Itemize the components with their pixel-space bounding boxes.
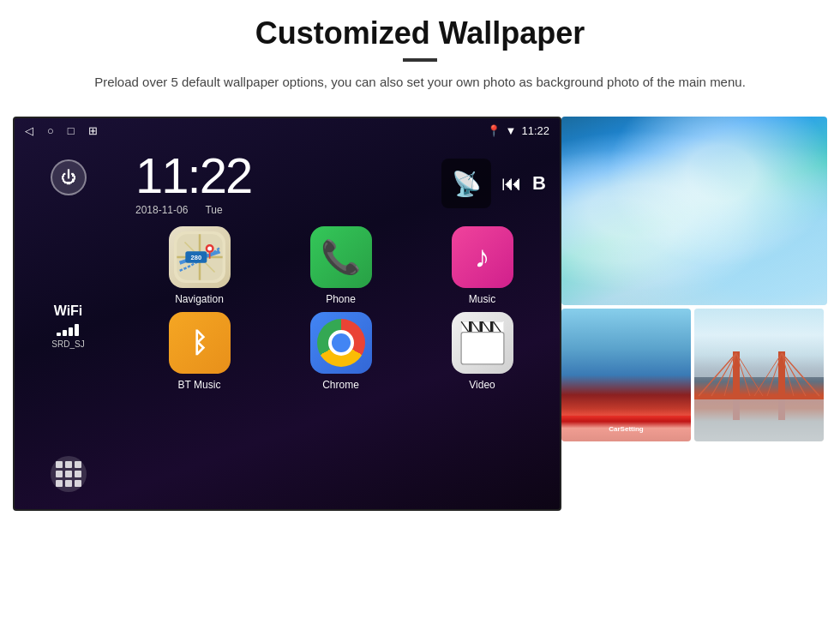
thumb-small-row: CarSetting <box>561 309 827 441</box>
bt-glyph: ᛒ <box>191 327 207 359</box>
wallpaper-thumb-bridge[interactable] <box>694 309 824 441</box>
clock-block: 11:22 2018-11-06 Tue <box>135 151 251 216</box>
main-content: 11:22 2018-11-06 Tue 📡 ⏮ B <box>122 142 560 509</box>
day-value: Tue <box>205 204 222 216</box>
android-screen: ◁ ○ □ ⊞ 📍 ▼ 11:22 ⏻ WiFi <box>13 117 561 511</box>
title-section: Customized Wallpaper Preload over 5 defa… <box>94 15 746 93</box>
music-icon: ♪ <box>452 226 513 288</box>
date-value: 2018-11-06 <box>135 204 188 216</box>
music-label: Music <box>469 293 495 305</box>
page-wrapper: Customized Wallpaper Preload over 5 defa… <box>0 0 840 511</box>
back-icon[interactable]: ◁ <box>25 124 33 137</box>
signal-icon: 📡 <box>452 170 482 198</box>
chrome-icon <box>310 312 372 374</box>
apps-grid-icon <box>56 461 81 487</box>
wifi-bar-1 <box>57 333 61 336</box>
video-clapper-svg <box>455 315 510 370</box>
title-divider <box>403 58 437 62</box>
apps-row-1: 280 Navigation 📞 <box>122 223 560 309</box>
app-chrome[interactable]: Chrome <box>273 312 408 391</box>
location-icon: 📍 <box>487 124 501 137</box>
wifi-ssid: SRD_SJ <box>51 339 84 349</box>
car-setting-inner: CarSetting <box>561 309 691 441</box>
navigation-label: Navigation <box>175 293 224 305</box>
svg-text:280: 280 <box>190 254 201 261</box>
wifi-block: WiFi SRD_SJ <box>51 303 84 349</box>
status-right: 📍 ▼ 11:22 <box>487 124 549 137</box>
status-bar: ◁ ○ □ ⊞ 📍 ▼ 11:22 <box>15 118 560 142</box>
phone-icon: 📞 <box>310 226 372 288</box>
nav-icons: ◁ ○ □ ⊞ <box>25 124 98 137</box>
bridge-svg <box>694 309 824 441</box>
wallpaper-thumb-ice[interactable] <box>561 117 827 305</box>
chrome-circle <box>317 319 365 367</box>
media-letter-b: B <box>532 172 546 195</box>
svg-rect-23 <box>699 394 819 399</box>
wallpaper-thumb-carsetting[interactable]: CarSetting <box>561 309 691 441</box>
svg-rect-18 <box>461 333 504 364</box>
app-bt-music[interactable]: ᛒ BT Music <box>132 312 267 391</box>
page-title: Customized Wallpaper <box>94 15 746 51</box>
home-icon[interactable]: ○ <box>47 124 54 137</box>
app-phone[interactable]: 📞 Phone <box>273 226 408 305</box>
navigation-icon: 280 <box>169 226 231 288</box>
chrome-label: Chrome <box>322 379 359 391</box>
screenshot-icon[interactable]: ⊞ <box>88 124 98 137</box>
video-icon <box>452 312 513 374</box>
clock-time: 11:22 <box>135 151 251 201</box>
bridge-inner <box>694 309 824 441</box>
ice-shapes <box>561 117 827 305</box>
apps-row-2: ᛒ BT Music Chrome <box>122 309 560 394</box>
wifi-icon: ▼ <box>506 124 517 137</box>
video-label: Video <box>469 379 495 391</box>
left-sidebar: ⏻ WiFi SRD_SJ <box>15 142 122 509</box>
media-icon-box: 📡 <box>441 159 491 208</box>
wifi-bar-4 <box>75 324 79 336</box>
media-icons: 📡 ⏮ B <box>441 159 546 208</box>
clock-area: 11:22 2018-11-06 Tue 📡 ⏮ B <box>122 142 560 223</box>
carsetting-label: CarSetting <box>609 425 643 433</box>
recents-icon[interactable]: □ <box>68 124 75 137</box>
power-button[interactable]: ⏻ <box>51 159 87 195</box>
navigation-map-svg: 280 <box>174 231 225 283</box>
chrome-center <box>332 333 351 352</box>
bt-icon: ᛒ <box>169 312 231 374</box>
power-icon: ⏻ <box>61 169 76 187</box>
svg-rect-34 <box>694 399 824 441</box>
phone-glyph: 📞 <box>321 238 361 276</box>
wifi-signal-bars <box>51 322 84 336</box>
svg-rect-20 <box>694 309 824 377</box>
svg-point-8 <box>207 247 212 251</box>
apps-button[interactable] <box>51 456 87 492</box>
app-video[interactable]: Video <box>415 312 549 391</box>
music-glyph: ♪ <box>475 239 490 275</box>
app-music[interactable]: ♪ Music <box>415 226 549 305</box>
wifi-label: WiFi <box>51 303 84 319</box>
bt-music-label: BT Music <box>178 379 221 391</box>
wifi-bar-3 <box>69 327 73 336</box>
clock-date: 2018-11-06 Tue <box>135 204 251 216</box>
page-subtitle: Preload over 5 default wallpaper options… <box>94 72 746 93</box>
skip-prev-icon[interactable]: ⏮ <box>501 171 522 195</box>
wallpaper-thumbs: CarSetting <box>561 117 827 441</box>
phone-label: Phone <box>326 293 356 305</box>
status-time: 11:22 <box>521 124 549 137</box>
wifi-bar-2 <box>63 330 67 336</box>
content-area: ◁ ○ □ ⊞ 📍 ▼ 11:22 ⏻ WiFi <box>13 117 827 511</box>
app-navigation[interactable]: 280 Navigation <box>132 226 267 305</box>
